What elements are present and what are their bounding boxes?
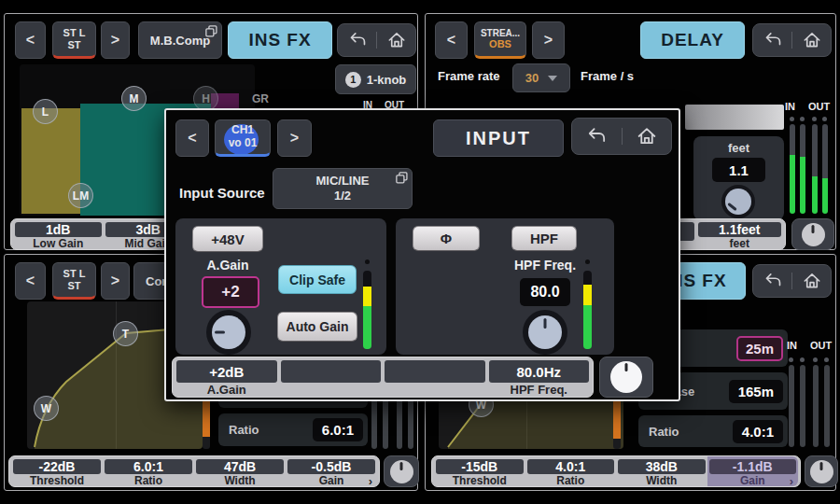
undo-icon[interactable]	[347, 30, 368, 50]
footer-gain[interactable]: -0.5dB Gain›	[286, 456, 377, 486]
width-handle[interactable]: W	[34, 396, 59, 421]
footer-value: 4.0:1	[527, 459, 615, 474]
footer-value: 47dB	[196, 459, 284, 474]
next-channel-button[interactable]: >	[101, 262, 130, 300]
footer-label: Gain›	[286, 474, 377, 487]
fx-preset-button[interactable]: M.B.Comp	[138, 21, 222, 59]
footer-low-gain[interactable]: 1dB Low Gain	[13, 219, 104, 249]
param-label: Ratio	[649, 425, 679, 439]
comp-footer-bar: -22dB Threshold 6.0:1 Ratio 47dB Width -…	[8, 455, 380, 487]
prev-channel-button[interactable]: <	[175, 119, 209, 157]
high-band-handle[interactable]: H	[193, 86, 218, 111]
footer-cell[interactable]	[383, 357, 487, 397]
param-value: 6.0:1	[313, 418, 363, 441]
phantom-48v-button[interactable]: +48V	[192, 226, 263, 252]
channel-select-button[interactable]: CH1 vo 01	[215, 119, 271, 157]
footer-knob-button[interactable]	[384, 455, 419, 487]
chevron-left-icon: <	[26, 273, 35, 289]
footer-width[interactable]: 38dB Width	[616, 456, 707, 486]
footer-knob-button[interactable]	[599, 357, 653, 398]
hpf-freq-label: HPF Freq.	[500, 258, 590, 273]
auto-gain-button[interactable]: Auto Gain	[277, 312, 357, 342]
input-footer-bar: +2dB A.Gain 80.0Hz HPF Freq.	[172, 357, 594, 398]
phase-button[interactable]: Φ	[413, 226, 480, 251]
knob-icon	[802, 223, 825, 246]
footer-label: Ratio	[103, 474, 194, 487]
footer-label: Width	[616, 474, 707, 487]
frame-rate-dropdown[interactable]: 30	[512, 63, 570, 92]
frame-rate-value: 30	[525, 71, 539, 85]
out-meter-r	[824, 365, 830, 447]
ratio-row[interactable]: Ratio 6.0:1	[218, 413, 368, 446]
threshold-handle[interactable]: T	[113, 321, 138, 346]
next-channel-button[interactable]: >	[101, 21, 130, 59]
divider	[791, 273, 792, 289]
footer-delay-feet[interactable]: 1.1feet feet	[696, 219, 784, 249]
gr-meter-label: GR	[252, 92, 269, 105]
footer-width[interactable]: 47dB Width	[194, 456, 286, 486]
delay-knob[interactable]	[721, 185, 755, 218]
chevron-right-icon: ›	[790, 474, 793, 488]
prev-channel-button[interactable]: <	[435, 21, 468, 59]
footer-hpf-freq[interactable]: 80.0Hz HPF Freq.	[487, 357, 592, 397]
fx-preset-label: M.B.Comp	[150, 34, 210, 48]
footer-gain-selected[interactable]: -1.1dB Gain›	[707, 456, 799, 486]
footer-knob-button[interactable]	[805, 455, 838, 487]
footer-threshold[interactable]: -15dB Threshold	[434, 456, 525, 486]
clip-safe-button[interactable]: Clip Safe	[278, 265, 357, 294]
hpf-freq-value[interactable]: 80.0	[520, 278, 570, 306]
input-source-button[interactable]: MIC/LINE 1/2	[273, 168, 413, 209]
undo-icon[interactable]	[763, 271, 783, 291]
a-gain-knob[interactable]	[206, 310, 251, 355]
meter-dot	[813, 357, 818, 362]
input-source-line1: MIC/LINE	[315, 174, 369, 189]
footer-knob-button[interactable]	[791, 218, 834, 250]
knob-cap	[212, 315, 245, 349]
footer-a-gain[interactable]: +2dB A.Gain	[175, 357, 279, 397]
delay-value[interactable]: 1.1	[712, 158, 765, 182]
mixer-touchscreen: < ST L ST > M.B.Comp INS FX L M H LM GR …	[0, 0, 840, 504]
home-icon[interactable]	[636, 125, 658, 147]
hpf-freq-knob[interactable]	[523, 310, 567, 355]
low-mid-crossover-handle[interactable]: LM	[68, 183, 93, 208]
undo-icon[interactable]	[585, 125, 608, 147]
chevron-left-icon: <	[447, 32, 455, 49]
footer-ratio[interactable]: 4.0:1 Ratio	[525, 456, 617, 486]
channel-select-button[interactable]: STREA... OBS	[474, 21, 526, 59]
footer-label	[383, 383, 487, 397]
copy-icon	[396, 172, 408, 184]
input-source-line2: 1/2	[334, 189, 351, 203]
footer-threshold[interactable]: -22dB Threshold	[11, 456, 103, 486]
one-knob-button[interactable]: 1 1-knob	[335, 64, 416, 94]
a-gain-value[interactable]: +2	[202, 276, 259, 308]
channel-select-button[interactable]: ST L ST	[52, 21, 96, 59]
footer-cell[interactable]	[279, 357, 384, 397]
in-meter-l	[790, 124, 795, 214]
next-channel-button[interactable]: >	[277, 119, 312, 157]
home-icon[interactable]	[802, 271, 822, 291]
ratio-row[interactable]: Ratio 4.0:1	[638, 415, 788, 447]
mid-band-handle[interactable]: M	[121, 86, 147, 111]
hpf-button[interactable]: HPF	[511, 226, 577, 251]
knob-cap	[528, 315, 562, 349]
prev-channel-button[interactable]: <	[15, 21, 46, 59]
low-band-handle[interactable]: L	[33, 99, 58, 124]
channel-name: CH1	[231, 124, 254, 137]
meter-dot	[822, 117, 827, 121]
page-title: DELAY	[640, 21, 745, 59]
prev-channel-button[interactable]: <	[15, 262, 46, 300]
home-icon[interactable]	[802, 30, 822, 50]
footer-ratio[interactable]: 6.0:1 Ratio	[103, 456, 194, 486]
channel-name-2: ST	[67, 280, 80, 292]
channel-select-button[interactable]: ST L ST	[52, 262, 96, 300]
meter-dot	[824, 357, 829, 362]
out-meter-l	[813, 365, 819, 447]
undo-icon[interactable]	[763, 30, 783, 50]
chevron-right-icon: >	[111, 273, 119, 289]
home-icon[interactable]	[386, 30, 407, 50]
footer-value: -0.5dB	[287, 459, 375, 474]
channel-name: STREA...	[481, 28, 520, 39]
in-meter-label: IN	[785, 101, 795, 112]
next-channel-button[interactable]: >	[532, 21, 565, 59]
footer-label: Threshold	[434, 474, 525, 487]
